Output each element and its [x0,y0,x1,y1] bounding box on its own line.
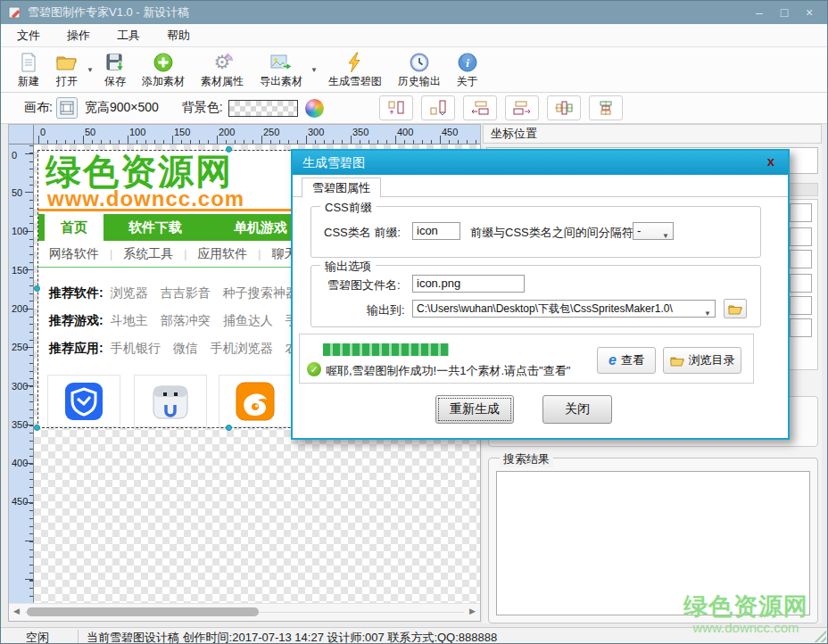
add-material-button[interactable]: 添加素材 [134,49,193,91]
qq-shield-icon [64,382,104,421]
generate-sprite-button[interactable]: 生成雪碧图 [320,49,390,91]
browse-folder-button[interactable] [724,299,747,318]
save-button[interactable]: 保存 [96,49,134,91]
status-info-text: 当前雪碧图设计稿 创作时间:2017-07-13 14:27 设计师:007 联… [87,630,497,644]
center-horizontal-button[interactable] [547,95,581,120]
scroll-right-icon[interactable]: ▶ [469,607,476,615]
generate-sprite-dialog: 生成雪碧图 x 雪碧图属性 CSS前缀 CSS类名 前缀: icon 前缀与CS… [291,149,790,440]
dialog-title-bar[interactable]: 生成雪碧图 [293,151,788,175]
uc-browser-icon [236,382,275,421]
output-options-group: 输出选项 雪碧图文件名: icon.png 输出到: C:\Users\wuha… [310,265,761,327]
search-results-title: 搜索结果 [500,451,553,467]
horizontal-scrollbar[interactable]: ◀ ▶ [9,603,480,621]
align-right-button[interactable] [505,95,539,120]
menu-file[interactable]: 文件 [17,28,40,44]
menu-tools[interactable]: 工具 [117,28,140,44]
new-document-icon [18,50,39,74]
save-icon [104,50,126,74]
ie-browser-icon: e [609,352,617,368]
about-button[interactable]: i 关于 [449,49,486,91]
tab-sprite-properties[interactable]: 雪碧图属性 [302,178,381,198]
folder-icon [728,303,742,315]
search-results-group: 搜索结果 [488,458,818,623]
coordinate-field[interactable] [790,296,812,315]
coordinates-panel-header: 坐标位置 [483,124,822,144]
coordinate-field[interactable] [790,250,812,268]
selection-handle-top[interactable] [226,146,232,153]
sprite-filename-label: 雪碧图文件名: [327,277,401,293]
search-results-list[interactable] [496,471,810,615]
coordinate-field[interactable] [790,227,812,246]
main-toolbar: 新建 打开 ▼ 保存 添加素材 ⚙ ✎ 素材属性 导出素材 [1,47,827,93]
history-output-button[interactable]: 历史输出 [390,49,449,91]
separator-select[interactable]: - ▼ [633,222,674,240]
export-dropdown-icon[interactable]: ▼ [310,66,318,74]
selection-handle-bottom-left[interactable] [34,425,40,431]
chevron-down-icon: ▼ [662,228,669,240]
new-button[interactable]: 新建 [10,49,47,91]
ruler-corner [9,125,34,144]
horizontal-ruler: 0 50 100 150 200 250 300 350 400 450 [34,125,480,144]
coordinate-field[interactable] [790,274,812,293]
chevron-down-icon: ▼ [704,306,711,318]
output-path-label: 输出到: [367,302,405,318]
maximize-button[interactable]: □ [772,5,797,20]
usb-device-icon [150,381,191,422]
bg-color-swatch[interactable] [228,100,298,117]
close-button[interactable]: × [797,5,822,20]
result-panel: ✓ 喔耶,雪碧图制作成功!一共1个素材.请点击"查看" e 查看 浏览目录 [299,334,754,384]
open-button[interactable]: 打开 [47,49,87,91]
status-idle-text: 空闲 [26,630,49,644]
export-material-button[interactable]: 导出素材 [252,49,310,91]
window-title: 雪碧图制作专家V1.0 - 新设计稿 [28,4,189,21]
dialog-close-action-button[interactable]: 关闭 [542,395,612,424]
align-button-group [379,95,623,120]
site-logo-url: www.downcc.com [47,186,244,211]
add-material-icon [153,50,174,74]
sprite-filename-input[interactable]: icon.png [412,275,525,293]
selection-handle-left[interactable] [34,285,40,292]
app-box-3 [219,375,292,427]
scrollbar-thumb[interactable] [27,607,259,616]
svg-text:i: i [466,56,469,70]
canvas-settings-bar: 画布: 宽高900×500 背景色: [1,93,827,124]
canvas-size-button[interactable] [56,97,78,119]
regenerate-button[interactable]: 重新生成 [435,395,514,424]
align-left-button[interactable] [463,95,497,120]
coordinate-field[interactable] [790,318,812,337]
history-output-icon [409,50,430,74]
align-top-button[interactable] [379,95,413,120]
folder-icon [670,355,684,367]
selection-handle-bottom[interactable] [226,425,232,431]
site-nav-home: 首页 [45,214,104,241]
color-wheel-icon[interactable] [305,99,324,118]
progress-bar [323,343,449,356]
minimize-button[interactable]: – [747,5,772,20]
app-box-1 [47,375,120,427]
view-button[interactable]: e 查看 [597,347,656,374]
generate-sprite-icon [345,50,365,74]
align-bottom-button[interactable] [421,95,455,120]
css-class-label: CSS类名 前缀: [324,225,401,241]
coordinate-field[interactable] [790,203,812,222]
scroll-left-icon[interactable]: ◀ [13,607,20,615]
css-class-input[interactable]: icon [412,222,460,240]
app-window: 雪碧图制作专家V1.0 - 新设计稿 – □ × 文件 操作 工具 帮助 新建 … [0,0,828,644]
output-path-combo[interactable]: C:\Users\wuhan\Desktop\下载包\CssSpritesMak… [412,300,716,318]
menu-edit[interactable]: 操作 [67,28,90,44]
open-dropdown-icon[interactable]: ▼ [87,66,94,74]
bg-color-label: 背景色: [182,100,223,116]
separator-label: 前缀与CSS类名之间的间分隔符: [470,225,636,241]
status-bar: 空闲 当前雪碧图设计稿 创作时间:2017-07-13 14:27 设计师:00… [1,627,827,644]
success-check-icon: ✓ [307,362,321,376]
material-properties-button[interactable]: ⚙ ✎ 素材属性 [193,49,252,91]
menu-help[interactable]: 帮助 [167,28,190,44]
result-status-text: 喔耶,雪碧图制作成功!一共1个素材.请点击"查看" [326,363,570,379]
title-bar[interactable]: 雪碧图制作专家V1.0 - 新设计稿 – □ × [1,1,827,24]
center-vertical-button[interactable] [589,95,623,120]
css-prefix-group: CSS前缀 CSS类名 前缀: icon 前缀与CSS类名之间的间分隔符: - … [310,206,761,258]
open-folder-icon [55,50,79,74]
dialog-close-button[interactable]: x [763,153,779,169]
menu-bar: 文件 操作 工具 帮助 [1,24,827,47]
browse-directory-button[interactable]: 浏览目录 [663,347,741,374]
